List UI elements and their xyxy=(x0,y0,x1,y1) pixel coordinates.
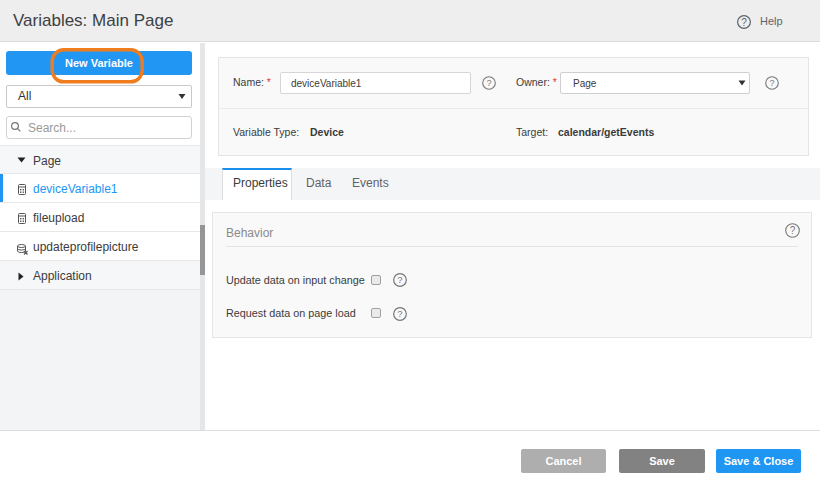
svg-text:?: ? xyxy=(790,225,796,236)
svg-text:?: ? xyxy=(397,274,402,285)
svg-text:?: ? xyxy=(397,308,402,319)
svg-text:?: ? xyxy=(741,17,747,28)
svg-text:?: ? xyxy=(486,78,491,88)
svg-text:?: ? xyxy=(769,78,774,88)
